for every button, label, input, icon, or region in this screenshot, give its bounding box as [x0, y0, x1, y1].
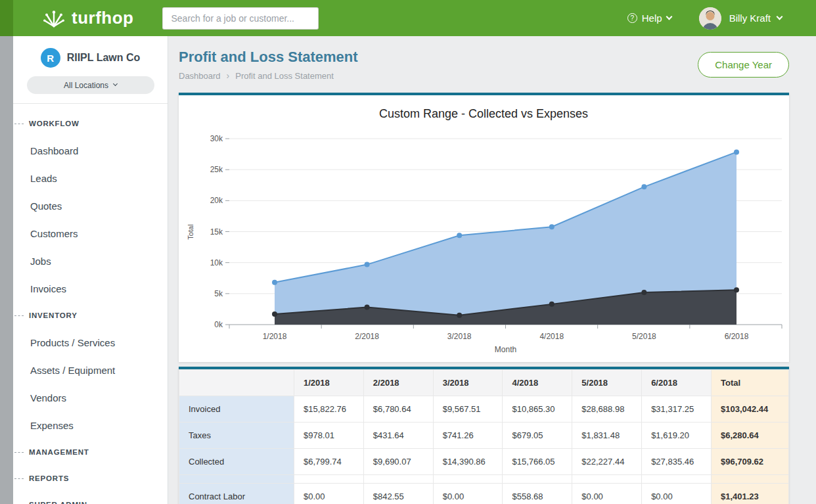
table-row: Taxes$978.01$431.64$741.26$679.05$1,831.…: [179, 423, 789, 449]
table-cell: $31,317.25: [642, 396, 712, 423]
nav-section-label: INVENTORY: [29, 311, 78, 319]
svg-text:6/2018: 6/2018: [725, 332, 749, 341]
svg-text:5k: 5k: [214, 289, 223, 298]
tree-dash-icon: [14, 452, 24, 453]
window-left-strip-top: [0, 0, 13, 36]
table-cell: $10,865.30: [503, 396, 572, 423]
svg-text:Month: Month: [495, 345, 516, 354]
chevron-down-icon: [113, 81, 118, 86]
breadcrumb-current: Profit and Loss Statement: [235, 71, 334, 81]
table-header-row: 1/20182/20183/20184/20185/20186/2018Tota…: [179, 370, 789, 396]
row-label: Contract Labor: [179, 484, 294, 504]
svg-text:3/2018: 3/2018: [447, 332, 472, 341]
table-col-header: 4/2018: [503, 370, 572, 396]
help-icon: ?: [627, 13, 637, 23]
nav-section-header: WORKFLOW: [13, 110, 168, 137]
sidebar-item-jobs[interactable]: Jobs: [13, 247, 168, 275]
table-row: Contract Labor$0.00$842.55$0.00$558.68$0…: [179, 484, 789, 504]
sidebar-item-products-services[interactable]: Products / Services: [13, 329, 168, 356]
nav-section-header: INVENTORY: [13, 302, 168, 329]
chevron-down-icon: [666, 14, 672, 20]
sidebar-item-leads[interactable]: Leads: [13, 164, 168, 192]
sidebar-item-quotes[interactable]: Quotes: [13, 192, 168, 219]
sidebar-item-expenses[interactable]: Expenses: [13, 411, 168, 439]
profit-loss-table: 1/20182/20183/20184/20185/20186/2018Tota…: [179, 369, 789, 504]
chart-card: Custom Range - Collected vs Expenses0k5k…: [179, 93, 789, 362]
sidebar-item-customers[interactable]: Customers: [13, 219, 168, 247]
help-menu[interactable]: ? Help: [627, 12, 671, 24]
table-cell: $741.26: [433, 423, 503, 449]
window-left-strip: [0, 0, 13, 504]
table-cell: $6,799.74: [294, 449, 364, 475]
topbar: turfhop ? Help Billy Kraft: [0, 0, 816, 36]
sidebar-item-assets-equipment[interactable]: Assets / Equipment: [13, 356, 168, 384]
turfhop-logo[interactable]: turfhop: [42, 7, 133, 30]
svg-text:25k: 25k: [210, 165, 223, 174]
sidebar-nav: WORKFLOWDashboardLeadsQuotesCustomersJob…: [13, 104, 168, 504]
company-name: RIIPL Lawn Co: [67, 52, 141, 64]
table-cell: $558.68: [503, 484, 572, 504]
user-name[interactable]: Billy Kraft: [729, 12, 771, 24]
page-title: Profit and Loss Statement: [179, 48, 358, 66]
table-row: Invoiced$15,822.76$6,780.64$9,567.51$10,…: [179, 396, 789, 423]
table-cell: $28,688.98: [572, 396, 642, 423]
table-cell: $679.05: [503, 423, 572, 449]
nav-section-label: SUPER ADMIN: [29, 501, 87, 504]
nav-section-label: MANAGEMENT: [29, 448, 89, 456]
table-cell: $27,835.46: [642, 449, 712, 475]
table-cell: $9,567.51: [433, 396, 503, 423]
table-cell: $15,822.76: [294, 396, 364, 423]
table-cell: $431.64: [363, 423, 433, 449]
help-label: Help: [642, 12, 662, 24]
svg-text:30k: 30k: [210, 134, 223, 143]
table-cell: $1,619.20: [642, 423, 712, 449]
table-cell: $842.55: [363, 484, 433, 504]
svg-text:Total: Total: [187, 224, 194, 239]
table-cell: $0.00: [642, 484, 712, 504]
avatar-image: [699, 7, 721, 30]
sidebar-item-dashboard[interactable]: Dashboard: [13, 137, 168, 164]
row-total: $6,280.64: [712, 423, 789, 449]
row-total: $103,042.44: [712, 396, 789, 423]
table-cell: $0.00: [294, 484, 364, 504]
row-total: $96,709.62: [712, 449, 789, 475]
svg-text:5/2018: 5/2018: [632, 332, 656, 341]
svg-text:15k: 15k: [210, 227, 223, 237]
table-cell: $1,831.48: [572, 423, 642, 449]
sidebar-item-vendors[interactable]: Vendors: [13, 384, 168, 411]
sidebar-item-invoices[interactable]: Invoices: [13, 275, 168, 302]
table-cell: $978.01: [294, 423, 364, 449]
table-col-header: 5/2018: [572, 370, 642, 396]
avatar[interactable]: [699, 7, 721, 30]
table-cell: $14,390.86: [433, 449, 503, 475]
table-cell: $0.00: [572, 484, 642, 504]
company-selector[interactable]: R RIIPL Lawn Co: [13, 48, 168, 68]
row-label: Invoiced: [179, 396, 294, 423]
row-label: Taxes: [179, 423, 294, 449]
table-col-header: 3/2018: [433, 370, 503, 396]
table-cell: $9,690.07: [363, 449, 433, 475]
breadcrumb-dashboard[interactable]: Dashboard: [179, 70, 235, 81]
brand-name: turfhop: [72, 8, 133, 28]
table-col-header: 6/2018: [642, 370, 712, 396]
tree-dash-icon: [14, 315, 24, 316]
change-year-button[interactable]: Change Year: [698, 52, 789, 78]
turfhop-logo-icon: [42, 7, 66, 30]
collected-vs-expenses-chart: Custom Range - Collected vs Expenses0k5k…: [179, 95, 789, 358]
breadcrumb: Dashboard Profit and Loss Statement: [179, 70, 358, 81]
nav-section-header: MANAGEMENT: [13, 439, 168, 465]
tree-dash-icon: [14, 124, 24, 124]
row-total: $1,401.23: [712, 484, 789, 504]
table-group-spacer: [179, 475, 789, 484]
table-cell: $15,766.05: [503, 449, 572, 475]
table-cell: $6,780.64: [363, 396, 433, 423]
search-input[interactable]: [162, 7, 319, 30]
table-col-header: 1/2018: [294, 370, 364, 396]
svg-text:10k: 10k: [210, 258, 223, 267]
svg-text:4/2018: 4/2018: [539, 332, 564, 341]
user-menu-chevron-icon[interactable]: [777, 14, 783, 20]
table-cell: $22,227.44: [572, 449, 642, 475]
svg-text:1/2018: 1/2018: [263, 332, 287, 341]
nav-section-header: REPORTS: [13, 465, 168, 492]
locations-dropdown[interactable]: All Locations: [27, 76, 154, 94]
